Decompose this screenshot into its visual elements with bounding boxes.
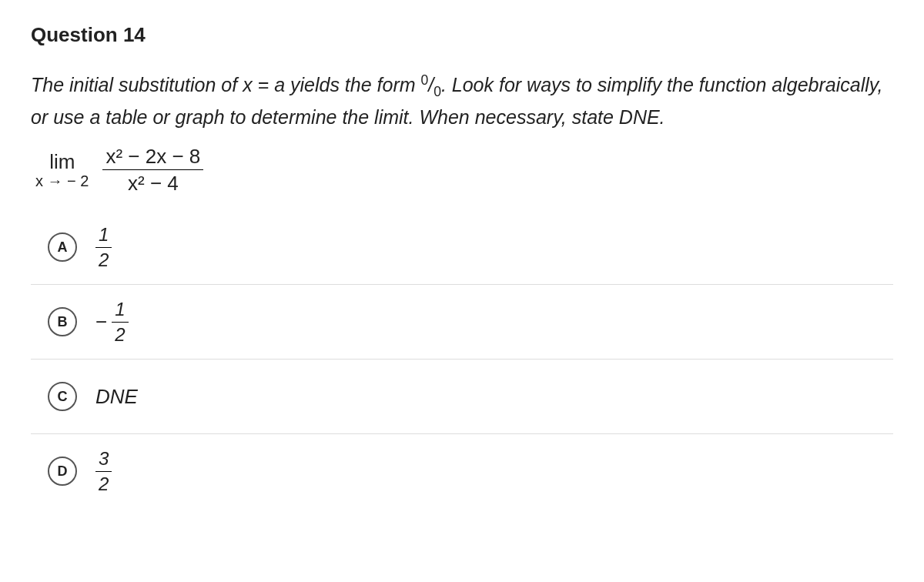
option-c-text: DNE bbox=[95, 385, 138, 409]
fraction-bar bbox=[95, 471, 112, 472]
option-body-c: DNE bbox=[95, 385, 138, 409]
lim-approach: x → − 2 bbox=[35, 173, 89, 189]
option-d-den: 2 bbox=[95, 475, 112, 493]
form-denominator: 0 bbox=[434, 84, 441, 99]
option-bubble-d[interactable]: D bbox=[48, 457, 77, 486]
question-container: Question 14 The initial substitution of … bbox=[0, 0, 924, 531]
option-b-num: 1 bbox=[112, 300, 128, 319]
option-body-a: 1 2 bbox=[95, 226, 112, 269]
prompt-line-3: necessary, state DNE. bbox=[475, 106, 665, 128]
prompt-line-1a: The initial substitution of x = a yields… bbox=[31, 74, 421, 95]
fraction-bar bbox=[102, 169, 203, 170]
prompt-line-1b: . Look for ways to simplify the bbox=[441, 74, 694, 95]
options-list: A 1 2 B − 1 2 C D bbox=[31, 210, 893, 508]
option-d-fraction: 3 2 bbox=[95, 450, 112, 493]
limit-expression: lim x → − 2 x² − 2x − 8 x² − 4 bbox=[35, 146, 203, 193]
option-b[interactable]: B − 1 2 bbox=[31, 284, 893, 359]
form-numerator: 0 bbox=[421, 72, 429, 88]
option-body-b: − 1 2 bbox=[95, 300, 129, 344]
option-c[interactable]: C DNE bbox=[31, 359, 893, 433]
limit-fraction: x² − 2x − 8 x² − 4 bbox=[102, 146, 203, 193]
option-a-fraction: 1 2 bbox=[95, 226, 112, 269]
option-d[interactable]: D 3 2 bbox=[31, 433, 893, 508]
question-prompt: The initial substitution of x = a yields… bbox=[31, 70, 893, 132]
option-bubble-c[interactable]: C bbox=[48, 382, 77, 411]
option-d-num: 3 bbox=[95, 450, 112, 468]
option-a-num: 1 bbox=[95, 226, 112, 244]
option-a-den: 2 bbox=[95, 251, 112, 269]
option-bubble-b[interactable]: B bbox=[48, 307, 77, 336]
fraction-bar bbox=[95, 247, 112, 248]
option-b-sign: − bbox=[95, 310, 107, 334]
question-title: Question 14 bbox=[31, 23, 893, 47]
lim-word: lim bbox=[49, 152, 75, 172]
option-b-fraction: 1 2 bbox=[112, 300, 128, 344]
option-bubble-a[interactable]: A bbox=[48, 232, 77, 262]
limit-operator: lim x → − 2 bbox=[35, 152, 89, 189]
option-body-d: 3 2 bbox=[95, 450, 112, 493]
limit-numerator: x² − 2x − 8 bbox=[102, 146, 203, 166]
fraction-bar bbox=[112, 322, 128, 323]
option-a[interactable]: A 1 2 bbox=[31, 210, 893, 284]
limit-denominator: x² − 4 bbox=[125, 173, 182, 193]
option-b-den: 2 bbox=[112, 326, 128, 344]
